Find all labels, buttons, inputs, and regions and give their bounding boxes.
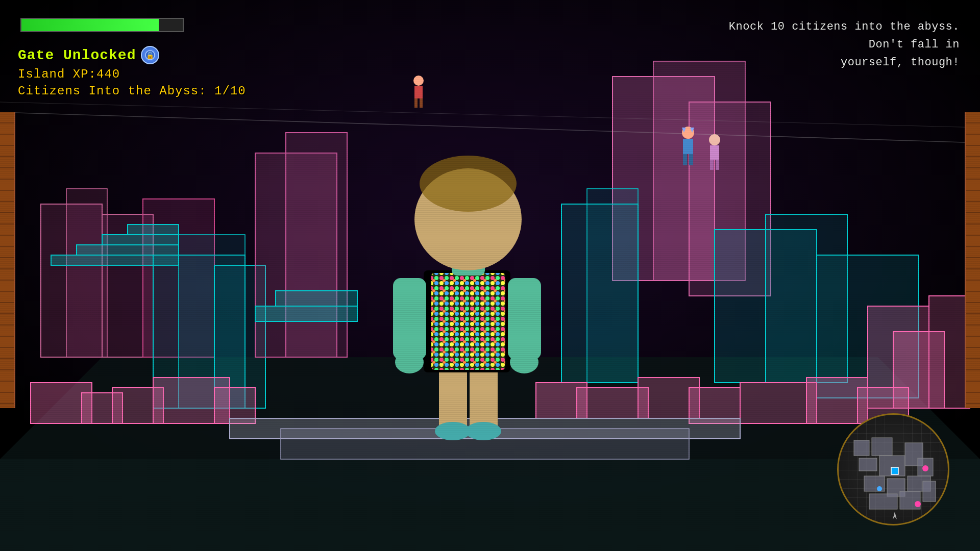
svg-rect-58 xyxy=(710,160,714,170)
svg-rect-59 xyxy=(716,160,719,170)
svg-point-78 xyxy=(420,156,517,212)
svg-rect-22 xyxy=(255,306,357,321)
svg-rect-61 xyxy=(470,367,498,429)
svg-point-74 xyxy=(395,351,424,373)
left-border xyxy=(0,112,15,408)
game-container: Gate Unlocked 🔓 Island XP:440 Citizens I… xyxy=(0,0,980,551)
svg-point-57 xyxy=(709,134,720,145)
svg-rect-28 xyxy=(587,189,638,383)
svg-rect-73 xyxy=(508,278,541,360)
svg-rect-34 xyxy=(929,296,970,408)
svg-rect-5 xyxy=(66,189,107,357)
svg-point-63 xyxy=(465,422,501,440)
svg-rect-23 xyxy=(276,291,357,306)
scene-svg xyxy=(0,0,980,551)
svg-rect-54 xyxy=(683,154,687,165)
svg-rect-11 xyxy=(128,224,179,235)
svg-rect-48 xyxy=(414,98,418,108)
svg-rect-65 xyxy=(431,273,505,370)
svg-rect-21 xyxy=(286,133,347,357)
svg-rect-39 xyxy=(740,383,817,423)
svg-point-62 xyxy=(435,422,471,440)
svg-rect-49 xyxy=(420,98,423,108)
svg-rect-41 xyxy=(857,388,909,423)
svg-rect-10 xyxy=(102,235,179,245)
svg-rect-50 xyxy=(683,139,693,154)
right-border xyxy=(965,112,980,408)
svg-rect-9 xyxy=(77,245,179,255)
svg-rect-46 xyxy=(414,86,423,98)
svg-marker-2 xyxy=(0,459,980,551)
svg-rect-60 xyxy=(439,367,467,429)
svg-point-47 xyxy=(413,76,424,86)
svg-rect-55 xyxy=(689,154,693,165)
svg-point-75 xyxy=(510,351,538,373)
svg-rect-72 xyxy=(393,278,426,360)
svg-rect-56 xyxy=(710,145,719,160)
game-world xyxy=(0,0,980,551)
